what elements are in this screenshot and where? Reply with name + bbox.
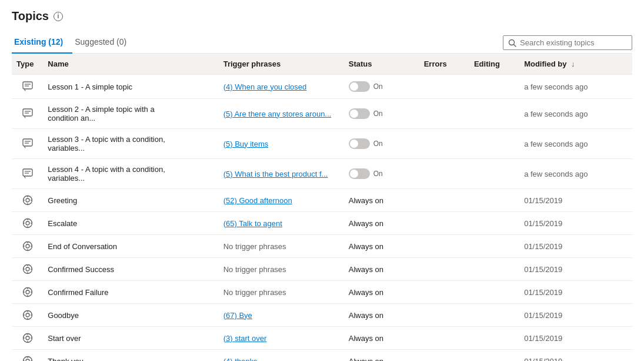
info-action-icon[interactable]	[174, 138, 186, 150]
trigger-cell[interactable]: (5) Are there any stores aroun...	[219, 99, 344, 129]
col-header-name: Name	[43, 54, 218, 75]
svg-point-35	[205, 173, 206, 174]
name-cell: Start over	[43, 327, 218, 350]
col-header-modified[interactable]: Modified by ↓	[519, 54, 632, 75]
table-row: Confirmed Success No trigger phrasesAlwa…	[12, 258, 632, 281]
goto-action-icon[interactable]	[188, 138, 200, 150]
tab-existing[interactable]: Existing (12)	[12, 32, 72, 54]
type-cell	[12, 212, 43, 235]
col-header-editing: Editing	[469, 54, 519, 75]
status-toggle[interactable]	[349, 138, 370, 149]
trigger-cell[interactable]: (3) start over	[219, 327, 344, 350]
search-icon	[508, 39, 516, 47]
svg-point-9	[171, 86, 172, 87]
svg-rect-11	[23, 109, 32, 116]
table-row: Thank you (4) thanksAlways on01/15/2019	[12, 350, 632, 362]
type-cell	[12, 327, 43, 350]
svg-line-1	[514, 44, 516, 47]
editing-cell	[469, 327, 519, 350]
system-topic-icon	[16, 195, 38, 206]
trigger-link[interactable]: (5) What is the best product f...	[223, 170, 328, 178]
status-toggle[interactable]	[349, 168, 370, 179]
more-action-icon[interactable]	[202, 168, 214, 180]
trigger-cell[interactable]: (5) Buy items	[219, 129, 344, 159]
errors-cell	[419, 258, 469, 281]
search-box[interactable]	[503, 35, 632, 50]
toggle-thumb	[350, 140, 358, 148]
trigger-cell[interactable]: (4) When are you closed	[219, 75, 344, 99]
trigger-cell[interactable]: (4) thanks	[219, 350, 344, 362]
modified-cell: 01/15/2019	[519, 235, 632, 258]
modified-cell: 01/15/2019	[519, 304, 632, 327]
editing-cell	[469, 350, 519, 362]
system-topic-icon	[16, 356, 38, 361]
more-action-icon[interactable]	[202, 138, 214, 150]
status-cell: Always on	[344, 235, 419, 258]
topic-name: Lesson 4 - A topic with a condition, var…	[48, 165, 169, 183]
system-topic-icon	[16, 218, 38, 228]
modified-cell: a few seconds ago	[519, 129, 632, 159]
modified-cell: 01/15/2019	[519, 189, 632, 212]
trigger-link[interactable]: (5) Are there any stores aroun...	[223, 110, 332, 118]
trigger-link[interactable]: (4) When are you closed	[223, 82, 307, 91]
info-action-icon[interactable]	[174, 108, 186, 120]
svg-point-16	[179, 112, 180, 112]
name-cell: Lesson 3 - A topic with a condition, var…	[43, 129, 218, 159]
editing-cell	[469, 75, 519, 99]
svg-point-57	[26, 267, 29, 271]
svg-point-51	[26, 244, 29, 248]
trigger-link[interactable]: (65) Talk to agent	[223, 219, 282, 228]
status-toggle[interactable]	[349, 81, 370, 92]
editing-cell	[469, 281, 519, 304]
goto-action-icon[interactable]	[188, 168, 200, 180]
goto-action-icon[interactable]	[151, 81, 163, 92]
always-on-label: Always on	[349, 357, 383, 362]
trigger-cell: No trigger phrases	[219, 235, 344, 258]
errors-cell	[419, 281, 469, 304]
search-input[interactable]	[520, 38, 627, 47]
name-cell: Escalate	[43, 212, 218, 235]
trigger-link[interactable]: (4) thanks	[223, 357, 258, 362]
editing-cell	[469, 159, 519, 189]
more-action-icon[interactable]	[165, 81, 177, 92]
trigger-text: No trigger phrases	[223, 288, 286, 297]
svg-rect-20	[23, 139, 32, 146]
trigger-link[interactable]: (5) Buy items	[223, 140, 269, 148]
info-action-icon[interactable]	[174, 168, 186, 180]
trigger-link[interactable]: (52) Good afternoon	[223, 196, 292, 205]
trigger-link[interactable]: (3) start over	[223, 334, 267, 343]
svg-point-19	[210, 113, 211, 114]
trigger-cell[interactable]: (5) What is the best product f...	[219, 159, 344, 189]
always-on-label: Always on	[349, 196, 383, 205]
topic-name: Confirmed Success	[48, 265, 114, 274]
status-cell: Always on	[344, 258, 419, 281]
trigger-cell[interactable]: (67) Bye	[219, 304, 344, 327]
trigger-cell[interactable]: (52) Good afternoon	[219, 189, 344, 212]
more-action-icon[interactable]	[202, 108, 214, 120]
status-cell: Always on	[344, 350, 419, 362]
toggle-wrap: On	[349, 81, 415, 92]
status-toggle[interactable]	[349, 108, 370, 119]
page-info-icon[interactable]: i	[54, 12, 63, 21]
chat-topic-icon	[16, 81, 38, 92]
type-cell	[12, 281, 43, 304]
errors-cell	[419, 212, 469, 235]
info-action-icon[interactable]	[137, 81, 149, 92]
goto-action-icon[interactable]	[188, 108, 200, 120]
editing-cell	[469, 304, 519, 327]
trigger-link[interactable]: (67) Bye	[223, 311, 252, 320]
topic-name: Confirmed Failure	[48, 288, 108, 297]
table-header-row: Type Name Trigger phrases Status Errors …	[12, 54, 632, 75]
trigger-cell[interactable]: (65) Talk to agent	[219, 212, 344, 235]
table-row: Lesson 1 - A simple topic (4) When are y…	[12, 75, 632, 99]
toggle-thumb	[350, 110, 358, 118]
type-cell	[12, 189, 43, 212]
toggle-wrap: On	[349, 168, 415, 179]
topics-table: Type Name Trigger phrases Status Errors …	[12, 54, 632, 361]
svg-point-63	[26, 290, 29, 294]
type-cell	[12, 99, 43, 129]
tab-suggested[interactable]: Suggested (0)	[72, 32, 136, 54]
name-cell: End of Conversation	[43, 235, 218, 258]
system-topic-icon	[16, 287, 38, 297]
topic-name: Greeting	[48, 196, 77, 205]
